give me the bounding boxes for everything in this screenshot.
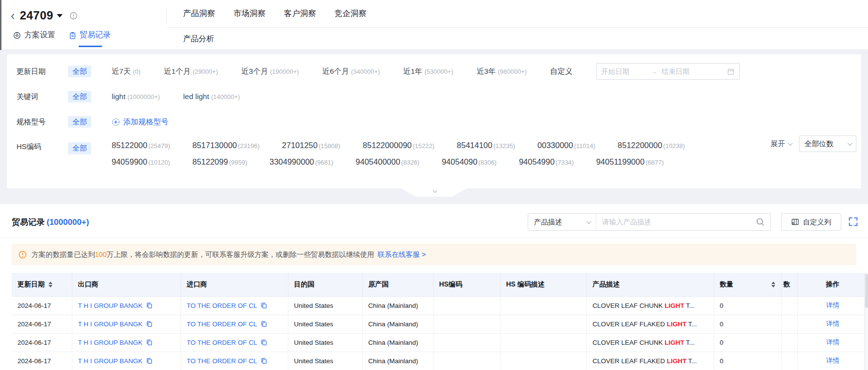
date-option-6m[interactable]: 近6个月(340000+) (322, 67, 380, 77)
filter-label: 关键词 (17, 92, 68, 101)
add-spec-button[interactable]: 添加规格型号 (112, 117, 168, 127)
copy-icon[interactable] (261, 339, 267, 346)
hs-code-line-1: 85122000(25479) 8517130000(23196) 271012… (112, 141, 685, 150)
cell-origin: China (Mainland) (362, 333, 433, 352)
importer-link[interactable]: TO THE ORDER OF CL (187, 320, 257, 328)
hs-digits-select[interactable]: 全部位数 (799, 135, 856, 152)
detail-link[interactable]: 详情 (826, 320, 839, 327)
copy-icon[interactable] (146, 357, 152, 364)
cell-importer: TO THE ORDER OF CL (181, 352, 288, 370)
sort-icon[interactable] (49, 282, 52, 287)
info-icon[interactable] (69, 12, 78, 20)
search-icon[interactable] (756, 218, 765, 226)
importer-link[interactable]: TO THE ORDER OF CL (187, 339, 257, 346)
records-count: (1000000+) (47, 218, 89, 227)
hs-option[interactable]: 8517130000(23196) (192, 141, 260, 150)
tab-trade-records[interactable]: 贸易记录 (69, 30, 111, 40)
cell-origin: China (Mainland) (362, 296, 433, 315)
exporter-link[interactable]: T H I GROUP BANGK (78, 320, 143, 328)
exporter-link[interactable]: T H I GROUP BANGK (78, 302, 143, 309)
col-destination: 目的国 (288, 273, 362, 296)
date-range-picker[interactable]: → (596, 63, 740, 80)
copy-icon[interactable] (146, 339, 152, 346)
spec-all-chip[interactable]: 全部 (68, 116, 91, 128)
date-custom-label[interactable]: 自定义 (550, 67, 573, 77)
hs-option[interactable]: 8512200000(10238) (618, 141, 685, 150)
chevron-down-icon (586, 219, 591, 224)
hs-option[interactable]: 85414100(13235) (457, 141, 515, 150)
copy-icon[interactable] (146, 302, 152, 309)
chevron-down-icon (788, 141, 793, 146)
table-row: 2024-06-17 T H I GROUP BANGK TO THE ORDE… (12, 315, 868, 333)
copy-icon[interactable] (261, 357, 267, 364)
hs-option[interactable]: 00330000(11014) (537, 141, 595, 150)
cell-hs-code (433, 315, 500, 333)
importer-link[interactable]: TO THE ORDER OF CL (187, 302, 257, 309)
tab-plan-settings[interactable]: 方案设置 (13, 30, 55, 40)
filter-label: HS编码 (17, 142, 68, 151)
hs-option[interactable]: 85122099(9959) (192, 157, 247, 167)
cell-quantity: 0 (714, 333, 781, 352)
date-option-7d[interactable]: 近7天(0) (112, 67, 141, 77)
hs-option[interactable]: 85122000(25479) (112, 141, 170, 150)
cell-exporter: T H I GROUP BANGK (72, 296, 181, 315)
hs-all-chip[interactable]: 全部 (68, 142, 91, 154)
subnav-product-analysis[interactable]: 产品分析 (183, 34, 214, 44)
sort-icon[interactable] (771, 282, 775, 287)
nav-market-insight[interactable]: 市场洞察 (234, 8, 266, 19)
nav-product-insight[interactable]: 产品洞察 (183, 8, 215, 19)
hs-option[interactable]: 9405400000(8326) (356, 157, 419, 167)
detail-link[interactable]: 详情 (826, 357, 839, 364)
chevron-down-icon (432, 188, 437, 193)
end-date-input[interactable] (662, 67, 710, 75)
search-input[interactable] (602, 218, 756, 226)
cell-exporter: T H I GROUP BANGK (72, 352, 181, 370)
detail-link[interactable]: 详情 (826, 338, 839, 346)
hs-option[interactable]: 27101250(15808) (282, 141, 340, 150)
hs-option[interactable]: 94054090(8306) (442, 157, 497, 167)
plan-title-row: ‹ 24709 (11, 9, 78, 22)
warning-icon (18, 251, 27, 259)
exporter-link[interactable]: T H I GROUP BANGK (78, 357, 143, 365)
exporter-link[interactable]: T H I GROUP BANGK (78, 339, 143, 346)
cell-product-desc: CLOVER LEAF FLAKED LIGHT T... (586, 352, 714, 370)
scrollbar-thumb[interactable] (865, 274, 868, 308)
hs-code-options: 85122000(25479) 8517130000(23196) 271012… (112, 141, 685, 167)
search-field-select[interactable]: 产品描述 (528, 214, 596, 230)
importer-link[interactable]: TO THE ORDER OF CL (187, 357, 257, 365)
plan-caret-down-icon[interactable] (57, 14, 63, 17)
hs-option[interactable]: 85122000090(15222) (363, 141, 434, 150)
keyword-option-light[interactable]: light(1000000+) (112, 92, 160, 101)
copy-icon[interactable] (261, 320, 267, 327)
back-icon[interactable]: ‹ (11, 10, 15, 21)
table-header-row: 更新日期 出口商 进口商 目的国 原产国 HS编码 HS 编码描述 产品描述 数… (12, 273, 868, 296)
nav-customer-insight[interactable]: 客户洞察 (284, 8, 316, 19)
plan-id[interactable]: 24709 (20, 9, 53, 22)
date-option-1y[interactable]: 近1年(530000+) (403, 67, 453, 77)
customize-columns-button[interactable]: 自定义列 (781, 213, 841, 231)
cell-hs-desc (500, 352, 586, 370)
date-option-3m[interactable]: 近3个月(190000+) (241, 67, 299, 77)
collapse-filters-tab[interactable] (401, 188, 467, 197)
date-all-chip[interactable]: 全部 (68, 66, 91, 78)
hs-option[interactable]: 94054990(7334) (519, 157, 574, 167)
keyword-all-chip[interactable]: 全部 (68, 91, 91, 103)
start-date-input[interactable] (601, 67, 650, 75)
hs-option[interactable]: 3304990000(9681) (269, 157, 333, 167)
expand-toggle[interactable]: 展开 (770, 139, 791, 149)
fullscreen-icon[interactable] (848, 217, 858, 227)
nav-competitor-insight[interactable]: 竞企洞察 (334, 8, 367, 19)
copy-icon[interactable] (261, 302, 267, 309)
table-row: 2024-06-17 T H I GROUP BANGK TO THE ORDE… (12, 296, 868, 315)
date-option-3y[interactable]: 近3年(980000+) (477, 67, 527, 77)
hs-option[interactable]: 94059900(10120) (112, 157, 170, 167)
cell-quantity: 0 (714, 296, 781, 315)
detail-link[interactable]: 详情 (826, 302, 839, 309)
keyword-option-led-light[interactable]: led light(140000+) (183, 92, 240, 101)
scrollbar-track[interactable] (864, 273, 868, 370)
date-option-1m[interactable]: 近1个月(29000+) (164, 67, 218, 77)
hs-option[interactable]: 94051199000(6877) (596, 157, 664, 167)
contact-support-link[interactable]: 联系在线客服 > (378, 250, 426, 259)
col-product-desc: 产品描述 (586, 273, 714, 296)
copy-icon[interactable] (146, 320, 152, 327)
